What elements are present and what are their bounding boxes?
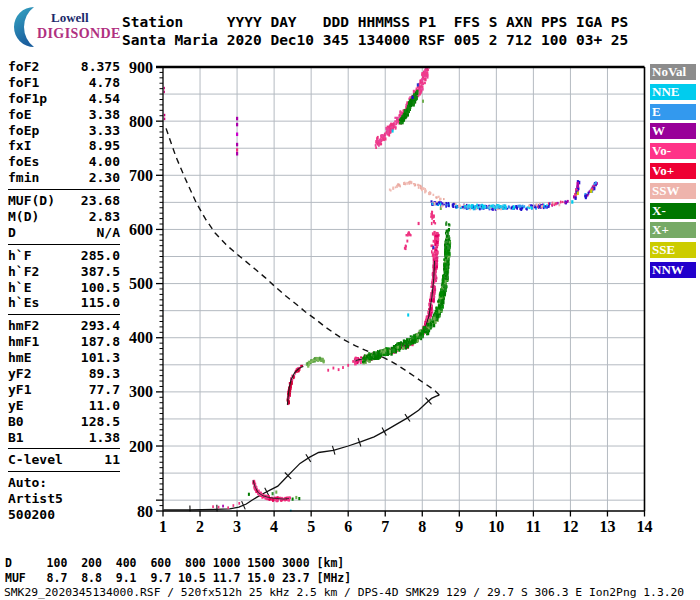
spread-above-x-dot (448, 223, 450, 225)
f-trace-x-mode-dot (401, 343, 403, 347)
multiple-band-cyan-dot (502, 207, 504, 210)
multiple-band-main-dot (437, 203, 439, 205)
x-axis-label: 3 (233, 518, 241, 535)
spread-above-x-dot (448, 228, 450, 231)
f-trace-o-mode-dot (433, 293, 435, 296)
f1-green-arc-dot (319, 357, 321, 360)
multiple-band-main-dot (529, 204, 531, 206)
f-trace-x-mode-dot (441, 291, 444, 295)
f1-green-arc-dot (314, 357, 316, 359)
f-trace-x-mode-dot (383, 354, 386, 356)
multiple-band-cyan-dot (475, 206, 476, 209)
second-hop-pink-dot (392, 123, 394, 126)
multiple-band-salmon-arc-dot (433, 194, 435, 196)
f-trace-x-mode-dot (364, 354, 366, 357)
multiple-band-right-hook-dot (594, 183, 596, 185)
multiple-band-salmon-arc-dot (418, 184, 420, 186)
f-trace-x-mode-dot (371, 357, 374, 359)
f-trace-x-mode-dot (397, 346, 400, 349)
y-axis-label: 500 (129, 275, 153, 292)
multiple-band-cyan-dot (476, 204, 478, 207)
multiple-band-salmon-arc-dot (418, 186, 420, 189)
f-trace-x-mode-dot (420, 336, 422, 339)
x-axis-label: 5 (307, 518, 315, 535)
f-trace-x-mode-dot (438, 310, 440, 313)
multiple-band-main-dot (432, 203, 434, 205)
y-axis-label: 400 (129, 329, 153, 346)
multiple-band-main-dot (443, 204, 445, 206)
f-trace-x-mode-dot (443, 293, 446, 296)
second-hop-pink-dot (375, 146, 377, 149)
second-hop-pink-dot (387, 131, 389, 134)
f-trace-x-mode-dot (397, 342, 399, 345)
interference-3mhz-dot (236, 123, 238, 127)
f-trace-x-mode-dot (400, 343, 402, 346)
multiple-band-spike-dot (577, 185, 579, 188)
multiple-band-main-dot (447, 204, 449, 206)
x-axis-label: 14 (637, 518, 653, 535)
multiple-band-main-dot (462, 206, 464, 208)
f-trace-x-mode-dot (444, 272, 447, 274)
multiple-band-salmon-arc-dot (438, 196, 440, 198)
f-trace-x-mode-dot (421, 330, 423, 333)
second-hop-pink-dot (378, 144, 380, 147)
multiple-band-main-dot (530, 206, 531, 209)
multiple-band-main-dot (452, 206, 454, 208)
y-axis-label: 700 (129, 167, 153, 184)
f-trace-x-mode-dot (445, 280, 447, 284)
f-trace-x-mode-dot (436, 309, 438, 312)
multiple-band-main-dot (431, 200, 433, 202)
multiple-band-salmon-arc-dot (440, 198, 442, 200)
multiple-band-cyan-dot (489, 206, 491, 208)
legend-chip-e: E (650, 104, 696, 120)
multiple-band-spike-dots-dot (575, 196, 577, 200)
second-hop-pink-dot (385, 132, 387, 135)
second-hop-pink-dot (380, 134, 383, 136)
axis-specks-dot (164, 114, 166, 117)
bottomside-profile-tick (306, 454, 311, 462)
f-trace-x-mode-dot (424, 326, 427, 330)
multiple-band-cyan-dot (484, 206, 486, 209)
es-green-dots-dot (272, 492, 274, 495)
echo-color-legend: NoValNNEEWVo-Vo+SSWX-X+SSENNW (650, 64, 696, 282)
f-trace-x-mode-dot (405, 343, 407, 347)
f-trace-x-mode-dot (442, 284, 444, 287)
x-axis-label: 13 (599, 518, 615, 535)
multiple-band-cyan-dot (467, 206, 469, 209)
x-axis-label: 6 (344, 518, 352, 535)
multiple-band-cyan-dot (482, 205, 484, 207)
spread-above-o-dot (434, 240, 436, 243)
spread-left-dots-dot (404, 247, 406, 250)
f-trace-o-mode-dot (436, 257, 438, 259)
f-trace-x-mode-dot (395, 350, 397, 354)
second-hop-pink-dot (377, 136, 379, 139)
f-trace-x-mode-dot (444, 259, 446, 261)
second-hop-pink-dot (375, 140, 377, 144)
d-distance-row: D 100 200 400 600 800 1000 1500 3000 [km… (5, 556, 344, 570)
spread-left-dots-dot (407, 234, 409, 237)
bottomside-profile-tick (405, 414, 410, 421)
multiple-band-main-dot (529, 207, 531, 209)
second-hop-green-dot (404, 109, 407, 112)
f1-pink-dots-dot (338, 368, 340, 371)
f-trace-x-mode-dot (389, 350, 391, 353)
multiple-band-salmon-arc-dot (409, 182, 411, 184)
f-trace-o-mode-dot (360, 356, 362, 358)
multiple-band-salmon-arc-dot (424, 190, 426, 193)
legend-chip-ssw: SSW (650, 183, 696, 199)
muf-table: D 100 200 400 600 800 1000 1500 3000 [km… (5, 556, 351, 586)
f-trace-x-mode-dot (419, 330, 421, 332)
second-hop-stray-dot (417, 83, 419, 86)
es-green-dots-dot (292, 498, 294, 501)
f1-pink-dots-dot (342, 366, 344, 369)
f-trace-x-mode-dot (427, 332, 430, 335)
f-trace-x-mode-dot (447, 276, 449, 280)
second-hop-pink-dot (379, 139, 381, 142)
f-trace-x-mode-dot (433, 317, 436, 320)
multiple-band-salmon-arc-dot (395, 186, 397, 188)
multiple-band-cyan-dot (469, 205, 471, 208)
x-axis-label: 4 (270, 518, 278, 535)
second-hop-stray-dot (412, 96, 414, 99)
f-trace-o-mode-dot (435, 235, 437, 237)
second-hop-pink-dot (422, 83, 424, 85)
